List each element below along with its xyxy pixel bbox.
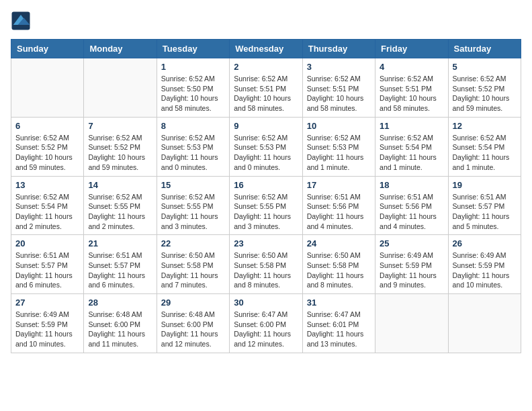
weekday-header-saturday: Saturday xyxy=(448,40,521,58)
calendar-table: SundayMondayTuesdayWednesdayThursdayFrid… xyxy=(11,39,521,353)
day-number: 4 xyxy=(380,62,443,72)
calendar-cell: 7Sunrise: 6:52 AM Sunset: 5:52 PM Daylig… xyxy=(84,117,157,176)
day-number: 2 xyxy=(234,62,298,72)
calendar-cell: 29Sunrise: 6:48 AM Sunset: 6:00 PM Dayli… xyxy=(157,294,229,353)
day-number: 18 xyxy=(380,180,443,190)
cell-text: Sunrise: 6:52 AM Sunset: 5:54 PM Dayligh… xyxy=(453,133,517,173)
logo-icon xyxy=(11,11,31,31)
cell-text: Sunrise: 6:51 AM Sunset: 5:56 PM Dayligh… xyxy=(380,192,443,232)
week-row-5: 27Sunrise: 6:49 AM Sunset: 5:59 PM Dayli… xyxy=(11,294,521,353)
cell-text: Sunrise: 6:52 AM Sunset: 5:51 PM Dayligh… xyxy=(307,74,371,113)
day-number: 10 xyxy=(307,121,371,131)
calendar-cell: 16Sunrise: 6:52 AM Sunset: 5:55 PM Dayli… xyxy=(230,176,302,235)
calendar-cell: 4Sunrise: 6:52 AM Sunset: 5:51 PM Daylig… xyxy=(375,58,448,118)
day-number: 30 xyxy=(234,298,298,308)
cell-text: Sunrise: 6:48 AM Sunset: 6:00 PM Dayligh… xyxy=(161,310,225,349)
calendar-cell: 17Sunrise: 6:51 AM Sunset: 5:56 PM Dayli… xyxy=(302,176,375,235)
week-row-4: 20Sunrise: 6:51 AM Sunset: 5:57 PM Dayli… xyxy=(11,235,521,294)
cell-text: Sunrise: 6:49 AM Sunset: 5:59 PM Dayligh… xyxy=(15,310,79,349)
day-number: 28 xyxy=(88,298,152,308)
day-number: 23 xyxy=(234,238,298,248)
day-number: 13 xyxy=(15,180,79,190)
day-number: 5 xyxy=(453,62,517,72)
cell-text: Sunrise: 6:52 AM Sunset: 5:54 PM Dayligh… xyxy=(15,192,79,232)
calendar-cell: 10Sunrise: 6:52 AM Sunset: 5:53 PM Dayli… xyxy=(302,117,375,176)
cell-text: Sunrise: 6:52 AM Sunset: 5:50 PM Dayligh… xyxy=(161,74,225,113)
logo xyxy=(11,11,34,31)
cell-text: Sunrise: 6:52 AM Sunset: 5:53 PM Dayligh… xyxy=(234,133,298,173)
cell-text: Sunrise: 6:50 AM Sunset: 5:58 PM Dayligh… xyxy=(307,250,371,290)
cell-text: Sunrise: 6:51 AM Sunset: 5:56 PM Dayligh… xyxy=(307,192,371,232)
weekday-header-tuesday: Tuesday xyxy=(157,40,229,58)
cell-text: Sunrise: 6:51 AM Sunset: 5:57 PM Dayligh… xyxy=(453,192,517,232)
calendar-cell: 3Sunrise: 6:52 AM Sunset: 5:51 PM Daylig… xyxy=(302,58,375,118)
calendar-cell: 6Sunrise: 6:52 AM Sunset: 5:52 PM Daylig… xyxy=(11,117,84,176)
day-number: 3 xyxy=(307,62,371,72)
cell-text: Sunrise: 6:52 AM Sunset: 5:51 PM Dayligh… xyxy=(380,74,443,113)
weekday-header-monday: Monday xyxy=(84,40,157,58)
day-number: 9 xyxy=(234,121,298,131)
day-number: 27 xyxy=(15,298,79,308)
cell-text: Sunrise: 6:52 AM Sunset: 5:53 PM Dayligh… xyxy=(161,133,225,173)
day-number: 16 xyxy=(234,180,298,190)
calendar-cell: 1Sunrise: 6:52 AM Sunset: 5:50 PM Daylig… xyxy=(157,58,229,118)
day-number: 15 xyxy=(161,180,225,190)
calendar-cell: 23Sunrise: 6:50 AM Sunset: 5:58 PM Dayli… xyxy=(230,235,302,294)
cell-text: Sunrise: 6:50 AM Sunset: 5:58 PM Dayligh… xyxy=(234,250,298,290)
calendar-cell xyxy=(84,58,157,118)
day-number: 20 xyxy=(15,238,79,248)
calendar-cell: 26Sunrise: 6:49 AM Sunset: 5:59 PM Dayli… xyxy=(448,235,521,294)
day-number: 31 xyxy=(307,298,371,308)
day-number: 12 xyxy=(453,121,517,131)
calendar-cell: 15Sunrise: 6:52 AM Sunset: 5:55 PM Dayli… xyxy=(157,176,229,235)
cell-text: Sunrise: 6:52 AM Sunset: 5:55 PM Dayligh… xyxy=(234,192,298,232)
page-header xyxy=(11,11,521,31)
day-number: 17 xyxy=(307,180,371,190)
calendar-cell: 8Sunrise: 6:52 AM Sunset: 5:53 PM Daylig… xyxy=(157,117,229,176)
week-row-2: 6Sunrise: 6:52 AM Sunset: 5:52 PM Daylig… xyxy=(11,117,521,176)
calendar-cell: 22Sunrise: 6:50 AM Sunset: 5:58 PM Dayli… xyxy=(157,235,229,294)
weekday-header-row: SundayMondayTuesdayWednesdayThursdayFrid… xyxy=(11,40,521,58)
cell-text: Sunrise: 6:51 AM Sunset: 5:57 PM Dayligh… xyxy=(15,250,79,290)
cell-text: Sunrise: 6:50 AM Sunset: 5:58 PM Dayligh… xyxy=(161,250,225,290)
calendar-cell: 13Sunrise: 6:52 AM Sunset: 5:54 PM Dayli… xyxy=(11,176,84,235)
weekday-header-sunday: Sunday xyxy=(11,40,84,58)
cell-text: Sunrise: 6:47 AM Sunset: 6:01 PM Dayligh… xyxy=(307,310,371,349)
calendar-cell: 21Sunrise: 6:51 AM Sunset: 5:57 PM Dayli… xyxy=(84,235,157,294)
cell-text: Sunrise: 6:49 AM Sunset: 5:59 PM Dayligh… xyxy=(380,250,443,290)
calendar-cell: 20Sunrise: 6:51 AM Sunset: 5:57 PM Dayli… xyxy=(11,235,84,294)
calendar-cell: 31Sunrise: 6:47 AM Sunset: 6:01 PM Dayli… xyxy=(302,294,375,353)
calendar-cell: 12Sunrise: 6:52 AM Sunset: 5:54 PM Dayli… xyxy=(448,117,521,176)
cell-text: Sunrise: 6:52 AM Sunset: 5:52 PM Dayligh… xyxy=(15,133,79,173)
day-number: 14 xyxy=(88,180,152,190)
calendar-cell: 2Sunrise: 6:52 AM Sunset: 5:51 PM Daylig… xyxy=(230,58,302,118)
weekday-header-wednesday: Wednesday xyxy=(230,40,302,58)
day-number: 29 xyxy=(161,298,225,308)
calendar-cell: 14Sunrise: 6:52 AM Sunset: 5:55 PM Dayli… xyxy=(84,176,157,235)
day-number: 24 xyxy=(307,238,371,248)
day-number: 6 xyxy=(15,121,79,131)
cell-text: Sunrise: 6:52 AM Sunset: 5:55 PM Dayligh… xyxy=(88,192,152,232)
day-number: 19 xyxy=(453,180,517,190)
calendar-cell: 28Sunrise: 6:48 AM Sunset: 6:00 PM Dayli… xyxy=(84,294,157,353)
cell-text: Sunrise: 6:52 AM Sunset: 5:54 PM Dayligh… xyxy=(380,133,443,173)
week-row-1: 1Sunrise: 6:52 AM Sunset: 5:50 PM Daylig… xyxy=(11,58,521,118)
day-number: 7 xyxy=(88,121,152,131)
weekday-header-thursday: Thursday xyxy=(302,40,375,58)
calendar-cell: 19Sunrise: 6:51 AM Sunset: 5:57 PM Dayli… xyxy=(448,176,521,235)
cell-text: Sunrise: 6:52 AM Sunset: 5:52 PM Dayligh… xyxy=(88,133,152,173)
calendar-cell xyxy=(11,58,84,118)
day-number: 11 xyxy=(380,121,443,131)
calendar-cell xyxy=(375,294,448,353)
day-number: 25 xyxy=(380,238,443,248)
calendar-cell: 24Sunrise: 6:50 AM Sunset: 5:58 PM Dayli… xyxy=(302,235,375,294)
calendar-cell: 5Sunrise: 6:52 AM Sunset: 5:52 PM Daylig… xyxy=(448,58,521,118)
cell-text: Sunrise: 6:52 AM Sunset: 5:51 PM Dayligh… xyxy=(234,74,298,113)
day-number: 21 xyxy=(88,238,152,248)
calendar-cell: 27Sunrise: 6:49 AM Sunset: 5:59 PM Dayli… xyxy=(11,294,84,353)
cell-text: Sunrise: 6:52 AM Sunset: 5:55 PM Dayligh… xyxy=(161,192,225,232)
cell-text: Sunrise: 6:52 AM Sunset: 5:53 PM Dayligh… xyxy=(307,133,371,173)
day-number: 26 xyxy=(453,238,517,248)
week-row-3: 13Sunrise: 6:52 AM Sunset: 5:54 PM Dayli… xyxy=(11,176,521,235)
weekday-header-friday: Friday xyxy=(375,40,448,58)
